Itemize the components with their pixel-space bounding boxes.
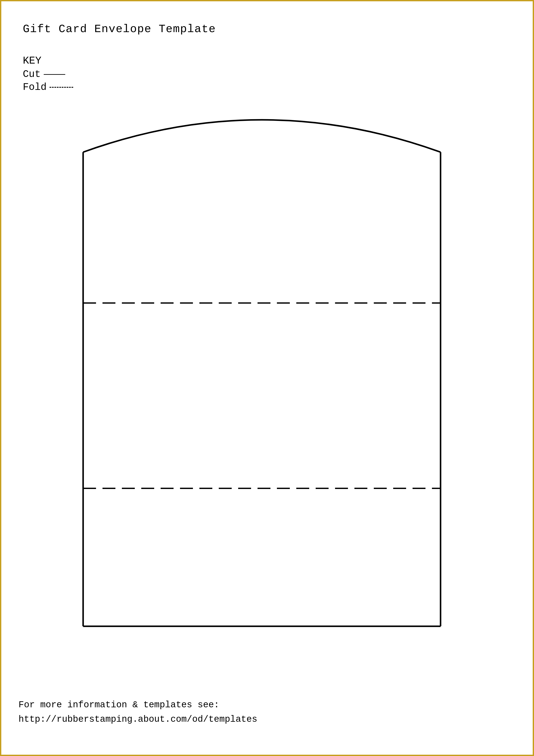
page: Gift Card Envelope Template KEY Cut Fold bbox=[0, 0, 534, 756]
page-title: Gift Card Envelope Template bbox=[23, 23, 516, 36]
footer: For more information & templates see: ht… bbox=[18, 698, 257, 727]
key-cut-line-icon bbox=[44, 74, 65, 75]
footer-line2: http://rubberstamping.about.com/od/templ… bbox=[18, 712, 257, 727]
footer-line1: For more information & templates see: bbox=[18, 698, 257, 712]
envelope-svg bbox=[53, 83, 471, 639]
envelope-template bbox=[53, 83, 471, 639]
key-fold-label: Fold bbox=[23, 82, 46, 93]
key-cut-row: Cut bbox=[23, 69, 516, 80]
key-cut-label: Cut bbox=[23, 69, 41, 80]
key-label: KEY bbox=[23, 55, 516, 67]
